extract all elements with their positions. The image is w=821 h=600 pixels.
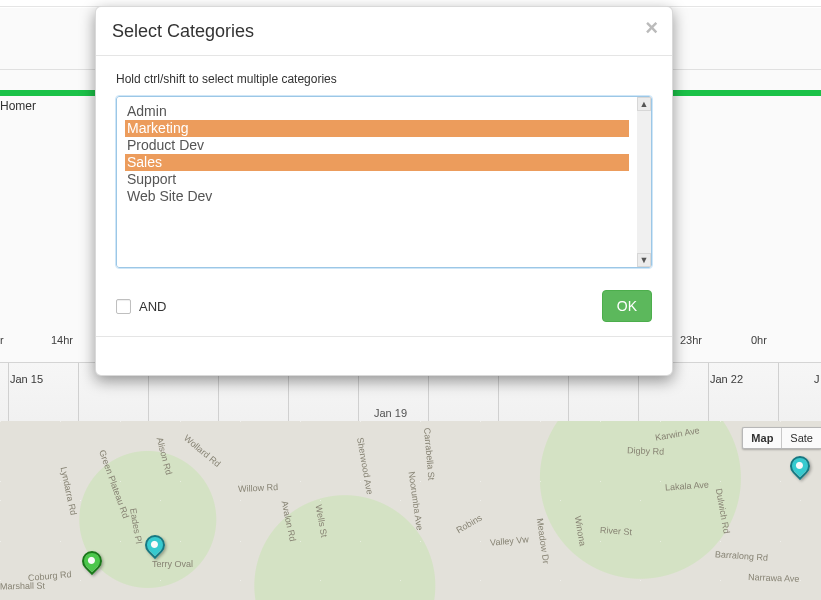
and-checkbox[interactable] xyxy=(116,299,131,314)
scroll-up-icon[interactable]: ▲ xyxy=(637,97,651,111)
modal-body: Hold ctrl/shift to select multiple categ… xyxy=(96,56,672,336)
category-option[interactable]: Product Dev xyxy=(125,137,629,154)
select-categories-modal: Select Categories × Hold ctrl/shift to s… xyxy=(95,6,673,376)
modal-footer xyxy=(96,336,672,375)
scroll-down-icon[interactable]: ▼ xyxy=(637,253,651,267)
modal-title: Select Categories xyxy=(112,21,656,42)
category-option[interactable]: Web Site Dev xyxy=(125,188,629,205)
category-option[interactable]: Sales xyxy=(125,154,629,171)
categories-listbox[interactable]: AdminMarketingProduct DevSalesSupportWeb… xyxy=(116,96,652,268)
category-option[interactable]: Support xyxy=(125,171,629,188)
modal-header: Select Categories × xyxy=(96,7,672,56)
and-checkbox-group[interactable]: AND xyxy=(116,299,166,314)
ok-button[interactable]: OK xyxy=(602,290,652,322)
category-option[interactable]: Marketing xyxy=(125,120,629,137)
and-label: AND xyxy=(139,299,166,314)
help-text: Hold ctrl/shift to select multiple categ… xyxy=(116,72,652,86)
category-option[interactable]: Admin xyxy=(125,103,629,120)
listbox-scrollbar[interactable]: ▲ ▼ xyxy=(637,97,651,267)
close-icon[interactable]: × xyxy=(645,17,658,39)
